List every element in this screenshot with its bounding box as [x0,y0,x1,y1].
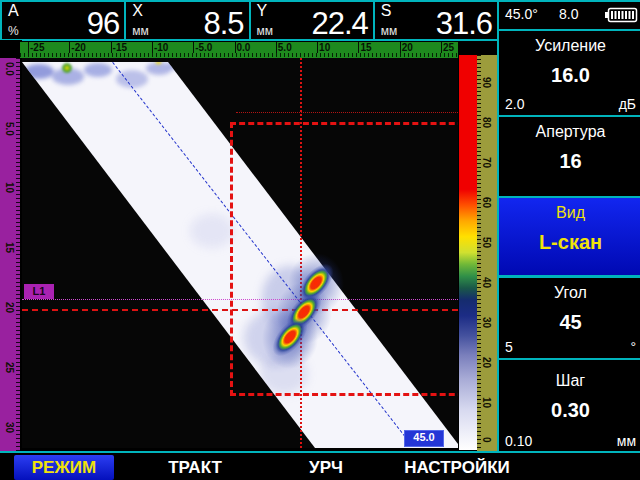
ruler-tick-label: 25 [441,42,454,53]
panel-title: Шаг [499,372,640,390]
panel-title: Угол [499,284,640,302]
measurement-label: A [8,2,19,20]
measurement-cursor-vertical[interactable] [300,58,302,448]
flaw-detector-screen: A % 96 X мм 8.5 Y мм 22.4 S мм 31.6 45.0… [0,0,640,480]
gate-a-line [236,112,458,113]
x-axis-ruler: -25-20-15-10-5.00.05.010152025 [20,42,458,58]
ruler-tick-label: 30 [4,422,15,433]
ruler-tick-label: -15 [111,42,127,53]
panel-step: 2.0 [505,96,524,112]
panel-aperture[interactable]: Апертура 16 [497,115,640,198]
panel-title: Вид [499,204,640,222]
measurement-cursor-horizontal[interactable] [22,309,458,311]
measurement-cell-y[interactable]: Y мм 22.4 [249,0,375,41]
ruler-tick-label: -25 [28,42,44,53]
ruler-corner [0,40,22,58]
measurement-value: 22.4 [311,6,367,42]
menu-item-nastroyki[interactable]: НАСТРОЙКИ [396,455,518,480]
bottom-menu: РЕЖИМ ТРАКТ УРЧ НАСТРОЙКИ [0,451,640,480]
ruler-tick-label: 15 [358,42,371,53]
ruler-tick-label: 0.0 [4,62,15,76]
echo-speck [154,59,163,66]
measurement-value: 31.6 [436,6,492,42]
ruler-tick-label: 60 [481,197,492,208]
measurement-value: 8.5 [203,6,243,42]
panel-value: 0.30 [499,399,640,422]
probe-angle-readout: 45.0° [505,6,538,22]
ruler-tick-label: 40 [481,277,492,288]
ruler-tick-label: 30 [481,317,492,328]
panel-value: 45 [499,311,640,334]
ruler-tick-label: 50 [481,237,492,248]
measurement-label: X [132,2,143,20]
panel-unit: ° [630,339,636,355]
ruler-tick-label: 10 [317,42,330,53]
panel-title: Апертура [499,123,640,141]
ruler-tick-label: 20 [400,42,413,53]
ruler-tick-label: 20 [481,357,492,368]
menu-item-rezhim[interactable]: РЕЖИМ [14,455,114,480]
panel-gain[interactable]: Усиление 16.0 2.0 дБ [497,29,640,117]
ruler-tick-label: 0.0 [235,42,251,53]
measurement-cell-x[interactable]: X мм 8.5 [124,0,250,41]
ruler-tick-label: 80 [481,117,492,128]
measurement-value: 96 [87,6,119,42]
ruler-tick-label: -5.0 [193,42,212,53]
scan-zone-frame [230,122,458,396]
panel-value: L-скан [499,231,640,254]
ruler-tick-label: 15 [4,242,15,253]
amplitude-colorbar [459,55,477,450]
measurement-cell-s[interactable]: S мм 31.6 [373,0,499,41]
depth-axis-ruler: 0.05.01015202530 [0,58,20,454]
panel-step: 5 [505,339,513,355]
panel-pitch[interactable]: Шаг 0.30 0.10 мм [497,358,640,454]
amplitude-ruler: 9080706050403020100 [477,55,497,455]
panel-title: Усиление [499,37,640,55]
measurement-header: A % 96 X мм 8.5 Y мм 22.4 S мм 31.6 [0,0,497,41]
measurement-unit: мм [381,24,398,38]
l-scan-view[interactable]: L1 45.0 [22,58,458,448]
measurement-label: Y [257,2,268,20]
battery-full-icon [604,7,638,23]
echo-speck [61,62,73,74]
gate-l1-line [22,299,458,300]
ruler-tick-label: -20 [69,42,85,53]
status-row: 45.0° 8.0 [497,0,640,31]
panel-step: 0.10 [505,433,532,449]
gate-l1-badge[interactable]: L1 [24,284,54,299]
ruler-tick-label: 25 [4,362,15,373]
measurement-unit: % [8,24,19,38]
menu-item-trakt[interactable]: ТРАКТ [160,455,230,480]
ruler-tick-label: 10 [4,182,15,193]
ruler-tick-label: -10 [152,42,168,53]
panel-view[interactable]: Вид L-скан [497,196,640,277]
ruler-tick-label: 0 [481,437,492,443]
panel-value: 16 [499,150,640,173]
panel-value: 16.0 [499,64,640,87]
panel-angle[interactable]: Угол 45 5 ° [497,276,640,360]
panel-unit: мм [617,433,636,449]
status-value: 8.0 [559,6,578,22]
measurement-unit: мм [257,24,274,38]
measurement-unit: мм [132,24,149,38]
measurement-label: S [381,2,392,20]
ruler-tick-label: 90 [481,77,492,88]
ruler-tick-label: 20 [4,302,15,313]
panel-unit: дБ [619,96,636,112]
ruler-tick-label: 70 [481,157,492,168]
menu-item-urch[interactable]: УРЧ [302,455,350,480]
measurement-cell-amplitude[interactable]: A % 96 [0,0,126,41]
beam-angle-badge: 45.0 [404,430,444,447]
ruler-tick-label: 5.0 [4,122,15,136]
ruler-tick-label: 10 [481,397,492,408]
ruler-tick-label: 5.0 [276,42,292,53]
